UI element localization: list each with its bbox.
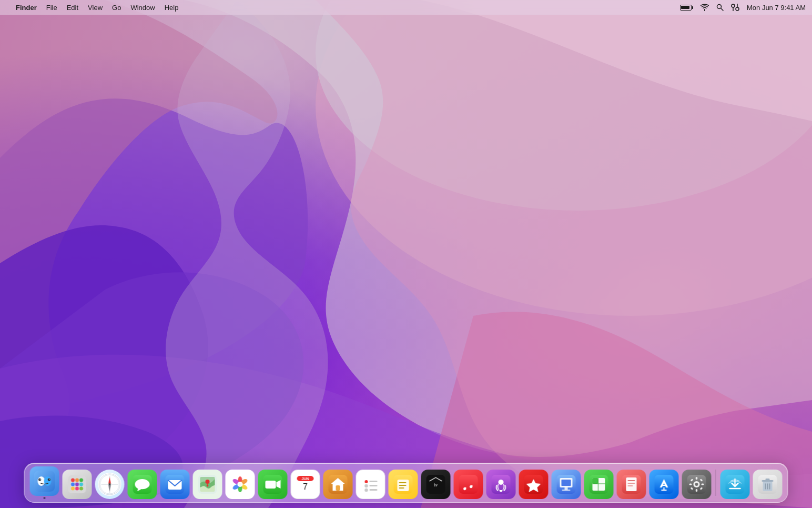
svg-point-69 [365,489,368,492]
menu-view[interactable]: View [88,4,103,12]
svg-rect-64 [361,475,380,494]
menu-window[interactable]: Window [130,4,155,12]
sysprefs-icon [682,470,712,499]
svg-rect-78 [459,475,478,494]
finder-dot [44,497,46,499]
svg-rect-107 [702,484,704,485]
active-app-name[interactable]: Finder [16,4,37,12]
dock-item-messages[interactable] [128,470,157,499]
svg-point-37 [109,483,111,485]
svg-rect-116 [766,479,770,480]
svg-point-15 [38,479,41,481]
svg-point-20 [71,479,75,482]
search-icon [716,4,724,11]
battery-tip [692,6,693,9]
wifi-status[interactable] [701,4,709,11]
svg-point-27 [75,487,79,491]
messages-icon [128,470,157,499]
svg-point-103 [695,483,698,486]
svg-point-18 [49,479,50,480]
svg-rect-86 [562,490,571,491]
svg-rect-75 [399,487,404,489]
svg-point-44 [206,480,210,484]
dock-item-mail[interactable] [160,470,190,499]
svg-line-7 [721,8,723,11]
svg-rect-95 [628,483,635,484]
svg-rect-93 [626,477,637,491]
svg-rect-84 [562,480,571,486]
battery-fill [681,6,689,9]
svg-rect-74 [399,485,407,486]
dock-item-numbers[interactable] [584,470,614,499]
dock-container: JUN 7 [24,463,788,503]
dock: JUN 7 [24,463,788,503]
svg-point-54 [239,483,242,486]
svg-rect-56 [266,481,276,489]
dock-item-appletv[interactable]: fill="#1a1a1a"/> tv [421,470,451,499]
dock-item-podcasts[interactable] [486,470,516,499]
dock-item-keynote[interactable] [552,470,581,499]
dock-item-launchpad[interactable] [63,470,92,499]
svg-rect-63 [336,485,340,491]
menu-edit[interactable]: Edit [67,4,78,12]
menubar-right: Mon Jun 7 9:41 AM [680,4,806,12]
control-center[interactable] [731,4,739,11]
svg-text:tv: tv [434,482,438,487]
svg-rect-89 [593,478,598,484]
svg-point-16 [40,479,41,480]
music-icon [454,470,483,499]
svg-point-17 [48,479,50,481]
svg-rect-73 [399,482,407,483]
calendar-icon: JUN 7 [291,470,320,499]
dock-item-reminders[interactable] [356,470,385,499]
svg-rect-104 [696,477,697,480]
dock-item-photos[interactable] [226,470,255,499]
appstore-icon [649,470,679,499]
svg-point-21 [75,479,79,482]
safari-icon [95,470,125,499]
dock-item-facetime[interactable] [258,470,288,499]
dock-item-maps[interactable] [193,470,222,499]
launchpad-icon [63,470,92,499]
trash-icon [753,470,783,499]
svg-point-13 [38,476,45,486]
dock-item-pages[interactable] [617,470,646,499]
dock-item-sysprefs[interactable] [682,470,712,499]
svg-rect-115 [762,480,774,482]
svg-point-22 [79,479,83,482]
dock-item-calendar[interactable]: JUN 7 [291,470,320,499]
dock-item-finder[interactable] [30,466,59,499]
svg-point-24 [75,483,79,486]
svg-text:7: 7 [303,482,308,491]
finder-icon [30,466,59,496]
svg-rect-106 [689,484,692,485]
dock-item-news[interactable] [519,470,549,499]
dock-divider [716,470,716,496]
svg-rect-94 [628,480,635,481]
svg-point-26 [71,487,75,491]
dock-item-music[interactable] [454,470,483,499]
wallpaper [0,0,812,508]
menu-go[interactable]: Go [112,4,121,12]
svg-point-65 [365,480,368,483]
menu-help[interactable]: Help [165,4,179,12]
photos-icon [226,470,255,499]
svg-rect-68 [370,485,378,486]
battery-status[interactable] [680,5,693,11]
svg-point-23 [71,483,75,486]
facetime-icon [258,470,288,499]
svg-point-80 [499,480,504,485]
svg-point-10 [736,7,739,11]
dock-item-safari[interactable] [95,470,125,499]
dock-item-home[interactable] [323,470,353,499]
keynote-icon [552,470,581,499]
dock-item-trash[interactable] [753,470,783,499]
spotlight-search[interactable] [716,4,724,11]
dock-item-airdrop[interactable] [720,470,750,499]
notes-icon [389,470,418,499]
menu-file[interactable]: File [46,4,57,12]
dock-item-notes[interactable] [389,470,418,499]
svg-point-28 [79,487,83,491]
pages-icon [617,470,646,499]
dock-item-appstore[interactable] [649,470,679,499]
